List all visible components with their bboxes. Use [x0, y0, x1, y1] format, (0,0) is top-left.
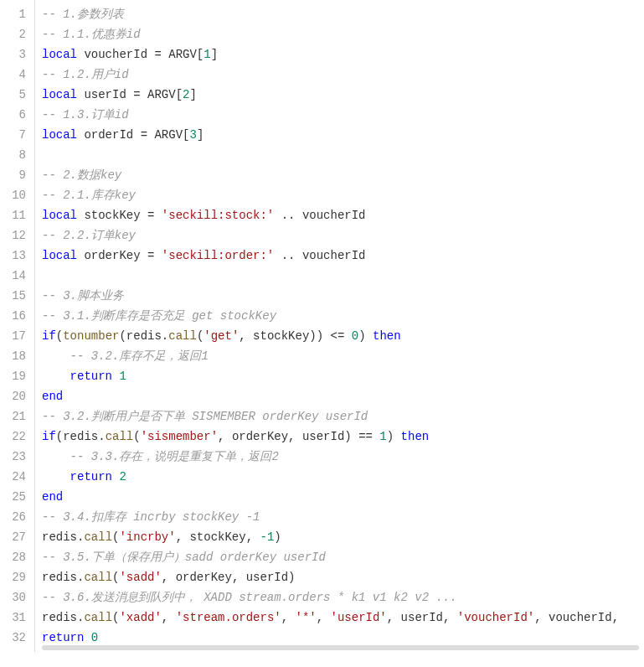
code-line: local userId = ARGV[2]: [42, 85, 644, 105]
line-number: 1: [3, 4, 26, 24]
line-number: 3: [3, 44, 26, 65]
line-number: 8: [3, 145, 26, 165]
code-line: -- 3.6.发送消息到队列中， XADD stream.orders * k1…: [42, 587, 644, 608]
code-line: -- 1.2.用户id: [42, 65, 644, 85]
code-line: [42, 266, 644, 286]
line-number: 7: [3, 125, 26, 145]
code-line: -- 3.脚本业务: [42, 286, 644, 306]
line-number: 18: [3, 346, 26, 366]
code-line: -- 3.3.存在，说明是重复下单，返回2: [42, 447, 644, 467]
code-area[interactable]: -- 1.参数列表-- 1.1.优惠券idlocal voucherId = A…: [35, 0, 644, 652]
line-number: 15: [3, 286, 26, 306]
code-line: -- 2.数据key: [42, 165, 644, 185]
code-line: redis.call('incrby', stockKey, -1): [42, 527, 644, 547]
line-number: 4: [3, 65, 26, 85]
line-number: 26: [3, 507, 26, 527]
line-number: 31: [3, 608, 26, 628]
line-number: 17: [3, 326, 26, 346]
line-number: 14: [3, 266, 26, 286]
line-number: 24: [3, 467, 26, 487]
line-number: 32: [3, 628, 26, 648]
code-line: -- 3.5.下单（保存用户）sadd orderKey userId: [42, 547, 644, 567]
line-number: 10: [3, 185, 26, 205]
code-line: -- 2.1.库存key: [42, 185, 644, 205]
code-line: -- 3.1.判断库存是否充足 get stockKey: [42, 306, 644, 326]
line-gutter: 1234567891011121314151617181920212223242…: [0, 0, 35, 652]
code-line: -- 1.参数列表: [42, 4, 644, 24]
code-line: -- 1.1.优惠券id: [42, 24, 644, 44]
line-number: 27: [3, 527, 26, 547]
line-number: 9: [3, 165, 26, 185]
line-number: 13: [3, 246, 26, 266]
code-line: local voucherId = ARGV[1]: [42, 44, 644, 65]
line-number: 23: [3, 447, 26, 467]
code-line: -- 3.2.库存不足，返回1: [42, 346, 644, 366]
line-number: 19: [3, 366, 26, 386]
code-line: if(redis.call('sismember', orderKey, use…: [42, 427, 644, 447]
code-line: -- 2.2.订单key: [42, 225, 644, 246]
code-line: end: [42, 386, 644, 406]
line-number: 12: [3, 225, 26, 246]
code-line: -- 1.3.订单id: [42, 105, 644, 125]
code-line: if(tonumber(redis.call('get', stockKey))…: [42, 326, 644, 346]
line-number: 6: [3, 105, 26, 125]
line-number: 25: [3, 487, 26, 507]
line-number: 21: [3, 406, 26, 427]
line-number: 16: [3, 306, 26, 326]
line-number: 5: [3, 85, 26, 105]
line-number: 20: [3, 386, 26, 406]
code-line: redis.call('sadd', orderKey, userId): [42, 567, 644, 587]
line-number: 2: [3, 24, 26, 44]
code-line: return 2: [42, 467, 644, 487]
line-number: 22: [3, 427, 26, 447]
horizontal-scrollbar[interactable]: [42, 645, 639, 650]
code-line: return 1: [42, 366, 644, 386]
code-line: local stockKey = 'seckill:stock:' .. vou…: [42, 205, 644, 225]
code-line: end: [42, 487, 644, 507]
code-line: redis.call('xadd', 'stream.orders', '*',…: [42, 608, 644, 628]
line-number: 28: [3, 547, 26, 567]
line-number: 30: [3, 587, 26, 608]
code-line: [42, 145, 644, 165]
code-line: local orderId = ARGV[3]: [42, 125, 644, 145]
code-line: local orderKey = 'seckill:order:' .. vou…: [42, 246, 644, 266]
code-editor: 1234567891011121314151617181920212223242…: [0, 0, 644, 652]
code-line: -- 3.2.判断用户是否下单 SISMEMBER orderKey userI…: [42, 406, 644, 427]
line-number: 11: [3, 205, 26, 225]
line-number: 29: [3, 567, 26, 587]
code-line: -- 3.4.扣库存 incrby stockKey -1: [42, 507, 644, 527]
